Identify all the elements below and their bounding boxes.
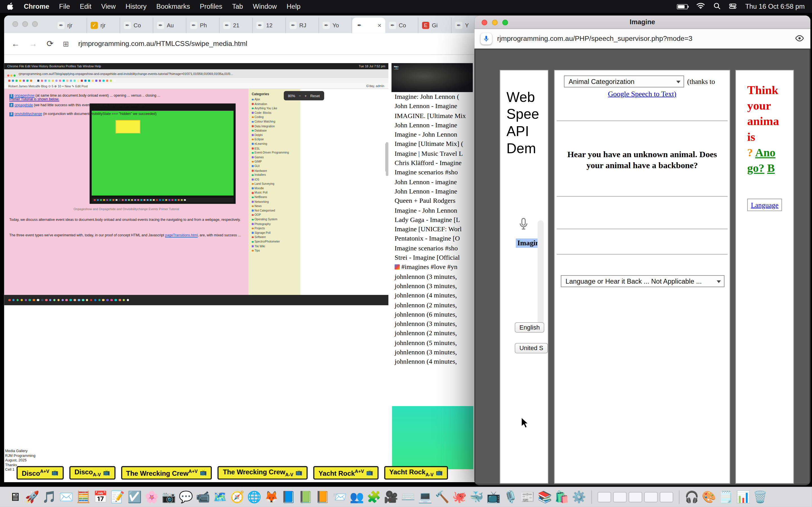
video-list-item[interactable]: johnlennon (4 minutes,: [392, 357, 473, 367]
reload-icon[interactable]: ⟳: [47, 39, 54, 49]
dock-app-icon[interactable]: 📰: [520, 490, 536, 505]
dock-app-icon[interactable]: 🎥: [383, 490, 399, 505]
browser-tab[interactable]: ✒ Ph: [186, 17, 220, 33]
category-item[interactable]: Animation: [252, 102, 298, 106]
dock-app-icon[interactable]: 📝: [110, 490, 125, 505]
video-list-item[interactable]: johnlennon (6 minutes,: [392, 310, 473, 320]
dock-app-icon[interactable]: 📅: [93, 490, 108, 505]
wifi-icon[interactable]: [697, 3, 705, 10]
menu-item-tab[interactable]: Tab: [232, 3, 243, 10]
video-list-item[interactable]: John Lennon - Imagine: [392, 102, 473, 111]
video-list-item[interactable]: John Lennon - Imagine: [392, 187, 473, 196]
category-select[interactable]: Animal Categorization: [564, 75, 684, 87]
event-link[interactable]: onpagehide: [14, 103, 33, 107]
media-play-button[interactable]: DiscoA+V 📺: [17, 466, 64, 480]
browser-tab[interactable]: ✒ 21: [220, 17, 253, 33]
dock-app-icon[interactable]: 🗒️: [718, 490, 734, 505]
imagine-title-bar[interactable]: Imagine: [474, 15, 810, 29]
another-go-link[interactable]: Ano: [755, 146, 775, 159]
microphone-icon[interactable]: [517, 215, 530, 235]
back-link[interactable]: B: [767, 161, 775, 174]
category-item[interactable]: Data Integration: [252, 124, 298, 128]
dock-app-icon[interactable]: 🎨: [701, 490, 717, 505]
event-link[interactable]: onpageshow: [14, 94, 35, 97]
tab-close-icon[interactable]: ✕: [377, 22, 382, 28]
menu-app-name[interactable]: Chrome: [24, 3, 49, 10]
minimized-window[interactable]: [613, 492, 627, 503]
media-play-button[interactable]: Yacht RockA-V 📺: [384, 466, 448, 480]
video-list-item[interactable]: johnlennon (3 minutes,: [392, 348, 473, 357]
dock-app-icon[interactable]: 🧭: [230, 490, 245, 505]
category-item[interactable]: Moodle: [252, 186, 298, 191]
eye-icon[interactable]: [795, 34, 804, 43]
category-item[interactable]: Projects: [252, 226, 298, 231]
menu-item-window[interactable]: Window: [253, 3, 277, 10]
media-play-button[interactable]: Yacht RockA+V 📺: [313, 466, 378, 480]
video-list-item[interactable]: johnlennon (2 minutes,: [392, 329, 473, 338]
dock-app-icon[interactable]: 🧩: [366, 490, 382, 505]
dock-app-icon[interactable]: 🧮: [75, 490, 91, 505]
video-list-item[interactable]: Imagine [UNICEF: Worl: [392, 224, 473, 234]
dock-app-icon[interactable]: 🐳: [469, 490, 484, 505]
category-item[interactable]: Anything You Like: [252, 106, 298, 111]
category-item[interactable]: News: [252, 204, 298, 209]
browser-tab[interactable]: ✓ rjr: [87, 17, 120, 33]
panel-scrollbar[interactable]: [538, 220, 544, 324]
window-controls[interactable]: [481, 19, 508, 25]
google-speech-link[interactable]: Google Speech to Text): [608, 90, 676, 98]
teal-media-block[interactable]: [392, 406, 473, 469]
category-item[interactable]: Coding: [252, 115, 298, 119]
video-list-item[interactable]: johnlennon (3 minutes,: [392, 319, 473, 329]
forward-icon[interactable]: →: [29, 39, 37, 48]
video-list-item[interactable]: IMAGINE. [Ultimate Mix: [392, 111, 473, 121]
embedded-screenshot-media[interactable]: Chrome File Edit View History Bookmarks …: [4, 63, 389, 305]
video-list-item[interactable]: Imagine scenarios #sho: [392, 244, 473, 253]
dock-app-icon[interactable]: 🎙️: [503, 490, 518, 505]
category-item[interactable]: Code: Blocks: [252, 111, 298, 115]
dock-app-icon[interactable]: 📊: [735, 490, 751, 505]
video-list-item[interactable]: Imagine - John Lennon: [392, 206, 473, 215]
minimized-window[interactable]: [598, 492, 611, 503]
dock-app-icon[interactable]: 🎧: [684, 490, 700, 505]
video-list-item[interactable]: John Lennon - imagine: [392, 177, 473, 187]
category-item[interactable]: Software: [252, 235, 298, 240]
zoom-in-icon[interactable]: +: [305, 94, 307, 98]
dock-app-icon[interactable]: 🛍️: [554, 490, 569, 505]
video-list-item[interactable]: johnlennon (4 minutes,: [392, 291, 473, 300]
video-list-item[interactable]: Imagine - John Lennon: [392, 130, 473, 139]
back-icon[interactable]: ←: [11, 39, 19, 48]
battery-icon[interactable]: [677, 4, 688, 9]
browser-tab[interactable]: E Gi: [418, 17, 452, 33]
video-thumbnail-image[interactable]: 📷: [392, 63, 473, 92]
dock-app-icon[interactable]: ⚙️: [571, 490, 587, 505]
video-list-item[interactable]: johnlennon (2 minutes,: [392, 300, 473, 310]
menu-bar-clock[interactable]: Thu 16 Oct 6:58 pm: [745, 3, 805, 10]
dock-app-icon[interactable]: 📷: [161, 490, 176, 505]
category-item[interactable]: Database: [252, 128, 298, 133]
menu-item-history[interactable]: History: [125, 3, 146, 10]
video-list-item[interactable]: Imagine scenarios #sho: [392, 168, 473, 177]
category-item[interactable]: Delphi: [252, 133, 298, 137]
menu-item-edit[interactable]: Edit: [80, 3, 91, 10]
dock-app-icon[interactable]: ☑️: [127, 490, 142, 505]
video-list-item[interactable]: John Lennon - Imagine: [392, 121, 473, 130]
video-list-item[interactable]: johnlennon (5 minutes,: [392, 338, 473, 348]
category-item[interactable]: Event-Driven Programming: [252, 151, 298, 155]
event-link[interactable]: onvisibilitychange: [14, 112, 42, 115]
dock-app-icon[interactable]: ✉️: [59, 490, 74, 505]
category-item[interactable]: GUI: [252, 164, 298, 168]
zoom-toolbar[interactable]: 80% − + Reset: [284, 91, 324, 100]
dock-app-icon[interactable]: 🌐: [246, 490, 262, 505]
category-item[interactable]: Hardware: [252, 168, 298, 173]
control-center-icon[interactable]: [729, 3, 737, 10]
minimized-window[interactable]: [629, 492, 642, 503]
category-item[interactable]: Land Surveying: [252, 182, 298, 186]
minimized-window[interactable]: [660, 492, 673, 503]
category-item[interactable]: Tiki Wiki: [252, 244, 298, 248]
dock-app-icon[interactable]: ⌨️: [400, 490, 416, 505]
media-play-button[interactable]: The Wrecking CrewA-V 📺: [218, 466, 308, 480]
video-list-item[interactable]: Pentatonix - Imagine [O: [392, 234, 473, 244]
browser-tab[interactable]: ✒ Yo: [319, 17, 352, 33]
language-link[interactable]: Language: [751, 201, 778, 209]
category-item[interactable]: Colour Matching: [252, 119, 298, 124]
